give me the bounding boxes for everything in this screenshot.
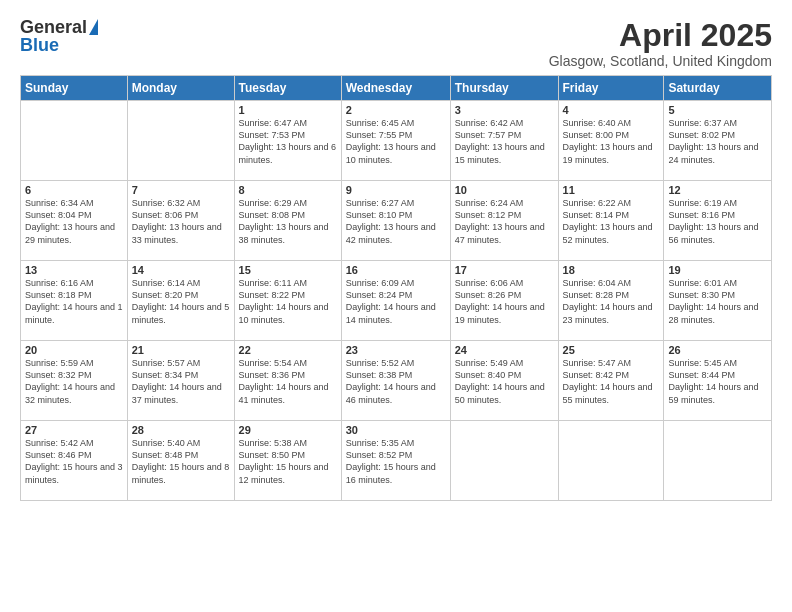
day-number: 20 <box>25 344 123 356</box>
calendar-cell: 3Sunrise: 6:42 AM Sunset: 7:57 PM Daylig… <box>450 101 558 181</box>
col-sunday: Sunday <box>21 76 128 101</box>
day-info: Sunrise: 6:40 AM Sunset: 8:00 PM Dayligh… <box>563 117 660 166</box>
day-number: 29 <box>239 424 337 436</box>
calendar-cell: 28Sunrise: 5:40 AM Sunset: 8:48 PM Dayli… <box>127 421 234 501</box>
col-monday: Monday <box>127 76 234 101</box>
day-info: Sunrise: 5:40 AM Sunset: 8:48 PM Dayligh… <box>132 437 230 486</box>
day-info: Sunrise: 6:29 AM Sunset: 8:08 PM Dayligh… <box>239 197 337 246</box>
day-info: Sunrise: 6:34 AM Sunset: 8:04 PM Dayligh… <box>25 197 123 246</box>
calendar-cell: 1Sunrise: 6:47 AM Sunset: 7:53 PM Daylig… <box>234 101 341 181</box>
day-number: 27 <box>25 424 123 436</box>
calendar-cell <box>558 421 664 501</box>
day-info: Sunrise: 6:22 AM Sunset: 8:14 PM Dayligh… <box>563 197 660 246</box>
title-block: April 2025 Glasgow, Scotland, United Kin… <box>549 18 772 69</box>
day-info: Sunrise: 5:35 AM Sunset: 8:52 PM Dayligh… <box>346 437 446 486</box>
calendar-cell: 18Sunrise: 6:04 AM Sunset: 8:28 PM Dayli… <box>558 261 664 341</box>
calendar-cell: 20Sunrise: 5:59 AM Sunset: 8:32 PM Dayli… <box>21 341 128 421</box>
day-number: 28 <box>132 424 230 436</box>
day-number: 30 <box>346 424 446 436</box>
calendar-week-4: 20Sunrise: 5:59 AM Sunset: 8:32 PM Dayli… <box>21 341 772 421</box>
logo-triangle-icon <box>89 19 98 35</box>
day-info: Sunrise: 6:37 AM Sunset: 8:02 PM Dayligh… <box>668 117 767 166</box>
logo-blue: Blue <box>20 36 59 54</box>
header-row: Sunday Monday Tuesday Wednesday Thursday… <box>21 76 772 101</box>
calendar-cell: 29Sunrise: 5:38 AM Sunset: 8:50 PM Dayli… <box>234 421 341 501</box>
calendar-cell: 10Sunrise: 6:24 AM Sunset: 8:12 PM Dayli… <box>450 181 558 261</box>
day-number: 24 <box>455 344 554 356</box>
day-number: 10 <box>455 184 554 196</box>
day-info: Sunrise: 6:14 AM Sunset: 8:20 PM Dayligh… <box>132 277 230 326</box>
calendar-cell: 19Sunrise: 6:01 AM Sunset: 8:30 PM Dayli… <box>664 261 772 341</box>
calendar-cell: 2Sunrise: 6:45 AM Sunset: 7:55 PM Daylig… <box>341 101 450 181</box>
day-info: Sunrise: 6:19 AM Sunset: 8:16 PM Dayligh… <box>668 197 767 246</box>
calendar-cell <box>664 421 772 501</box>
day-info: Sunrise: 6:47 AM Sunset: 7:53 PM Dayligh… <box>239 117 337 166</box>
col-thursday: Thursday <box>450 76 558 101</box>
calendar-table: Sunday Monday Tuesday Wednesday Thursday… <box>20 75 772 501</box>
day-info: Sunrise: 6:11 AM Sunset: 8:22 PM Dayligh… <box>239 277 337 326</box>
day-number: 12 <box>668 184 767 196</box>
calendar-cell <box>127 101 234 181</box>
day-number: 6 <box>25 184 123 196</box>
calendar-cell: 13Sunrise: 6:16 AM Sunset: 8:18 PM Dayli… <box>21 261 128 341</box>
header: General Blue April 2025 Glasgow, Scotlan… <box>20 18 772 69</box>
day-info: Sunrise: 6:45 AM Sunset: 7:55 PM Dayligh… <box>346 117 446 166</box>
calendar-cell: 4Sunrise: 6:40 AM Sunset: 8:00 PM Daylig… <box>558 101 664 181</box>
day-info: Sunrise: 5:42 AM Sunset: 8:46 PM Dayligh… <box>25 437 123 486</box>
calendar-cell: 17Sunrise: 6:06 AM Sunset: 8:26 PM Dayli… <box>450 261 558 341</box>
calendar-cell <box>450 421 558 501</box>
day-info: Sunrise: 6:24 AM Sunset: 8:12 PM Dayligh… <box>455 197 554 246</box>
day-number: 8 <box>239 184 337 196</box>
calendar-cell: 23Sunrise: 5:52 AM Sunset: 8:38 PM Dayli… <box>341 341 450 421</box>
calendar-cell: 25Sunrise: 5:47 AM Sunset: 8:42 PM Dayli… <box>558 341 664 421</box>
day-info: Sunrise: 5:49 AM Sunset: 8:40 PM Dayligh… <box>455 357 554 406</box>
main-title: April 2025 <box>549 18 772 53</box>
calendar-cell: 22Sunrise: 5:54 AM Sunset: 8:36 PM Dayli… <box>234 341 341 421</box>
day-info: Sunrise: 6:32 AM Sunset: 8:06 PM Dayligh… <box>132 197 230 246</box>
calendar-cell: 16Sunrise: 6:09 AM Sunset: 8:24 PM Dayli… <box>341 261 450 341</box>
calendar-cell: 11Sunrise: 6:22 AM Sunset: 8:14 PM Dayli… <box>558 181 664 261</box>
day-number: 11 <box>563 184 660 196</box>
day-number: 26 <box>668 344 767 356</box>
day-number: 14 <box>132 264 230 276</box>
day-number: 4 <box>563 104 660 116</box>
calendar-cell: 7Sunrise: 6:32 AM Sunset: 8:06 PM Daylig… <box>127 181 234 261</box>
calendar-cell: 21Sunrise: 5:57 AM Sunset: 8:34 PM Dayli… <box>127 341 234 421</box>
day-number: 1 <box>239 104 337 116</box>
day-number: 17 <box>455 264 554 276</box>
day-number: 3 <box>455 104 554 116</box>
calendar-cell: 12Sunrise: 6:19 AM Sunset: 8:16 PM Dayli… <box>664 181 772 261</box>
calendar-cell: 26Sunrise: 5:45 AM Sunset: 8:44 PM Dayli… <box>664 341 772 421</box>
calendar-cell: 15Sunrise: 6:11 AM Sunset: 8:22 PM Dayli… <box>234 261 341 341</box>
logo-general: General <box>20 18 87 36</box>
logo: General Blue <box>20 18 98 54</box>
day-number: 15 <box>239 264 337 276</box>
day-number: 23 <box>346 344 446 356</box>
day-number: 21 <box>132 344 230 356</box>
day-number: 13 <box>25 264 123 276</box>
day-number: 9 <box>346 184 446 196</box>
day-info: Sunrise: 6:06 AM Sunset: 8:26 PM Dayligh… <box>455 277 554 326</box>
calendar-cell <box>21 101 128 181</box>
day-number: 19 <box>668 264 767 276</box>
day-info: Sunrise: 5:57 AM Sunset: 8:34 PM Dayligh… <box>132 357 230 406</box>
day-number: 16 <box>346 264 446 276</box>
subtitle: Glasgow, Scotland, United Kingdom <box>549 53 772 69</box>
day-info: Sunrise: 6:16 AM Sunset: 8:18 PM Dayligh… <box>25 277 123 326</box>
day-info: Sunrise: 6:04 AM Sunset: 8:28 PM Dayligh… <box>563 277 660 326</box>
calendar-week-5: 27Sunrise: 5:42 AM Sunset: 8:46 PM Dayli… <box>21 421 772 501</box>
col-friday: Friday <box>558 76 664 101</box>
col-wednesday: Wednesday <box>341 76 450 101</box>
day-info: Sunrise: 5:54 AM Sunset: 8:36 PM Dayligh… <box>239 357 337 406</box>
calendar-header: Sunday Monday Tuesday Wednesday Thursday… <box>21 76 772 101</box>
calendar-cell: 27Sunrise: 5:42 AM Sunset: 8:46 PM Dayli… <box>21 421 128 501</box>
day-number: 25 <box>563 344 660 356</box>
day-info: Sunrise: 5:45 AM Sunset: 8:44 PM Dayligh… <box>668 357 767 406</box>
day-info: Sunrise: 6:27 AM Sunset: 8:10 PM Dayligh… <box>346 197 446 246</box>
col-tuesday: Tuesday <box>234 76 341 101</box>
day-number: 22 <box>239 344 337 356</box>
day-info: Sunrise: 6:42 AM Sunset: 7:57 PM Dayligh… <box>455 117 554 166</box>
calendar-body: 1Sunrise: 6:47 AM Sunset: 7:53 PM Daylig… <box>21 101 772 501</box>
day-info: Sunrise: 6:09 AM Sunset: 8:24 PM Dayligh… <box>346 277 446 326</box>
day-number: 7 <box>132 184 230 196</box>
